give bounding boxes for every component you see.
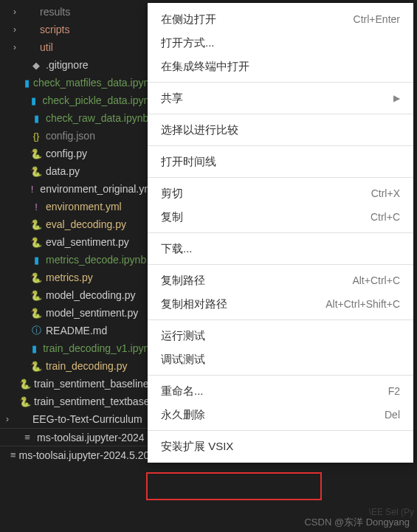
file-label: environment.yml: [46, 201, 122, 213]
menu-item-label: 复制相对路径: [161, 297, 227, 311]
menu-item[interactable]: 共享▶: [148, 86, 413, 110]
file-label: environment_original.yml: [40, 183, 155, 195]
file-tree-item[interactable]: ▮check_pickle_data.ipynb: [0, 91, 155, 109]
menu-item[interactable]: 剪切Ctrl+X: [148, 182, 413, 205]
file-label: eval_decoding.py: [46, 218, 126, 230]
chevron-icon: ›: [13, 7, 24, 17]
file-tree-item[interactable]: ›results: [0, 3, 155, 21]
file-label: train_decoding_v1.ipynb: [43, 342, 155, 354]
file-tree-item[interactable]: ▮check_raw_data.ipynb: [0, 109, 155, 127]
file-tree-item[interactable]: ›util: [0, 38, 155, 56]
file-icon: ◆: [30, 60, 43, 71]
file-tree-item[interactable]: !environment.yml: [0, 198, 155, 215]
menu-item[interactable]: 永久删除Del: [148, 403, 413, 426]
file-label: README.md: [46, 325, 107, 336]
file-label: train_decoding.py: [46, 360, 128, 372]
file-icon: ≡: [10, 449, 16, 460]
menu-item-label: 共享: [161, 91, 183, 106]
submenu-arrow-icon: ▶: [393, 93, 400, 103]
file-label: ms-toolsai.jupyter-2024: [37, 432, 145, 443]
menu-item-label: 调试测试: [161, 353, 205, 367]
file-label: model_sentiment.py: [46, 307, 138, 319]
file-label: train_sentiment_textbased.py: [34, 395, 155, 407]
file-icon: ▮: [28, 343, 40, 354]
file-icon: !: [27, 184, 38, 195]
file-icon: 🐍: [19, 396, 31, 407]
file-label: train_sentiment_baseline.py: [34, 378, 155, 390]
file-tree-item[interactable]: ▮metrics_decode.ipynb: [0, 251, 155, 269]
file-tree-item[interactable]: 🐍eval_sentiment.py: [0, 233, 155, 251]
file-icon: 🐍: [30, 148, 43, 159]
menu-item[interactable]: 打开时间线: [148, 150, 413, 173]
menu-item[interactable]: 打开方式...: [148, 31, 413, 55]
file-tree-item[interactable]: 🐍config.py: [0, 145, 155, 162]
file-tree-item[interactable]: ≡ms-toolsai.jupyter-2024.5.2024052701@li…: [0, 446, 155, 463]
menu-item-label: 永久删除: [161, 408, 205, 422]
file-icon: ▮: [28, 95, 39, 106]
file-tree-item[interactable]: 🐍metrics.py: [0, 269, 155, 286]
file-label: model_decoding.py: [46, 289, 135, 301]
menu-item-label: 下载...: [161, 242, 193, 256]
file-tree-item[interactable]: ⓘREADME.md: [0, 322, 155, 339]
menu-item[interactable]: 复制路径Alt+Ctrl+C: [148, 269, 413, 292]
annotation-highlight: [146, 472, 322, 500]
file-tree-item[interactable]: ›scripts: [0, 21, 155, 38]
file-label: config.json: [46, 130, 95, 142]
menu-item-label: 复制路径: [161, 274, 205, 288]
file-label: EEG-to-Text-Curriculum: [32, 413, 142, 425]
menu-item-label: 在侧边打开: [161, 13, 216, 27]
file-icon: ⓘ: [30, 324, 43, 337]
file-tree-item[interactable]: ▮train_decoding_v1.ipynb: [0, 339, 155, 357]
file-icon: 🐍: [19, 379, 31, 390]
menu-separator: [148, 319, 413, 320]
menu-item[interactable]: 下载...: [148, 237, 413, 260]
file-tree-item[interactable]: {}config.json: [0, 127, 155, 145]
menu-item[interactable]: 复制Ctrl+C: [148, 205, 413, 229]
file-tree-item[interactable]: 🐍data.py: [0, 162, 155, 180]
file-label: .gitignore: [46, 59, 89, 71]
menu-item-label: 打开方式...: [161, 36, 215, 50]
file-label: config.py: [46, 148, 87, 159]
menu-item-label: 重命名...: [161, 384, 204, 398]
file-tree-item[interactable]: ◆.gitignore: [0, 56, 155, 74]
menu-item[interactable]: 调试测试: [148, 348, 413, 371]
file-label: check_raw_data.ipynb: [46, 112, 148, 124]
context-menu: 在侧边打开Ctrl+Enter打开方式...在集成终端中打开共享▶选择以进行比较…: [148, 3, 413, 463]
menu-separator: [148, 430, 413, 431]
file-icon: 🐍: [30, 237, 43, 248]
file-icon: 🐍: [30, 272, 43, 283]
menu-item[interactable]: 复制相对路径Alt+Ctrl+Shift+C: [148, 292, 413, 316]
menu-separator: [148, 232, 413, 233]
file-tree-item[interactable]: ≡ms-toolsai.jupyter-2024: [0, 428, 155, 446]
file-tree-item[interactable]: 🐍eval_decoding.py: [0, 215, 155, 233]
menu-separator: [148, 264, 413, 265]
file-label: data.py: [46, 165, 80, 177]
file-tree-item[interactable]: ›EEG-to-Text-Curriculum: [0, 410, 155, 428]
file-label: eval_sentiment.py: [46, 236, 129, 248]
menu-item[interactable]: 在集成终端中打开: [148, 55, 413, 78]
menu-item[interactable]: 选择以进行比较: [148, 118, 413, 142]
file-label: results: [40, 6, 70, 18]
menu-separator: [148, 375, 413, 376]
file-icon: {}: [30, 131, 43, 142]
file-tree-item[interactable]: 🐍model_sentiment.py: [0, 304, 155, 322]
menu-shortcut: Alt+Ctrl+C: [352, 274, 400, 286]
menu-shortcut: Del: [385, 409, 400, 421]
menu-shortcut: Ctrl+Enter: [354, 13, 400, 25]
menu-item[interactable]: 重命名...F2: [148, 379, 413, 403]
chevron-icon: ›: [13, 42, 24, 52]
file-tree-item[interactable]: !environment_original.yml: [0, 180, 155, 198]
file-tree-item[interactable]: 🐍train_sentiment_baseline.py: [0, 375, 155, 393]
file-label: check_pickle_data.ipynb: [42, 94, 155, 106]
menu-separator: [148, 82, 413, 83]
file-tree-item[interactable]: 🐍model_decoding.py: [0, 286, 155, 304]
file-label: metrics.py: [46, 272, 93, 283]
file-tree-item[interactable]: ▮check_matfiles_data.ipynb: [0, 74, 155, 91]
file-tree-item[interactable]: 🐍train_decoding.py: [0, 357, 155, 375]
menu-item[interactable]: 运行测试: [148, 324, 413, 348]
menu-item-label: 安装扩展 VSIX: [161, 440, 233, 454]
menu-item[interactable]: 安装扩展 VSIX: [148, 435, 413, 458]
file-tree-item[interactable]: 🐍train_sentiment_textbased.py: [0, 393, 155, 410]
menu-item[interactable]: 在侧边打开Ctrl+Enter: [148, 7, 413, 31]
file-label: util: [40, 41, 53, 53]
